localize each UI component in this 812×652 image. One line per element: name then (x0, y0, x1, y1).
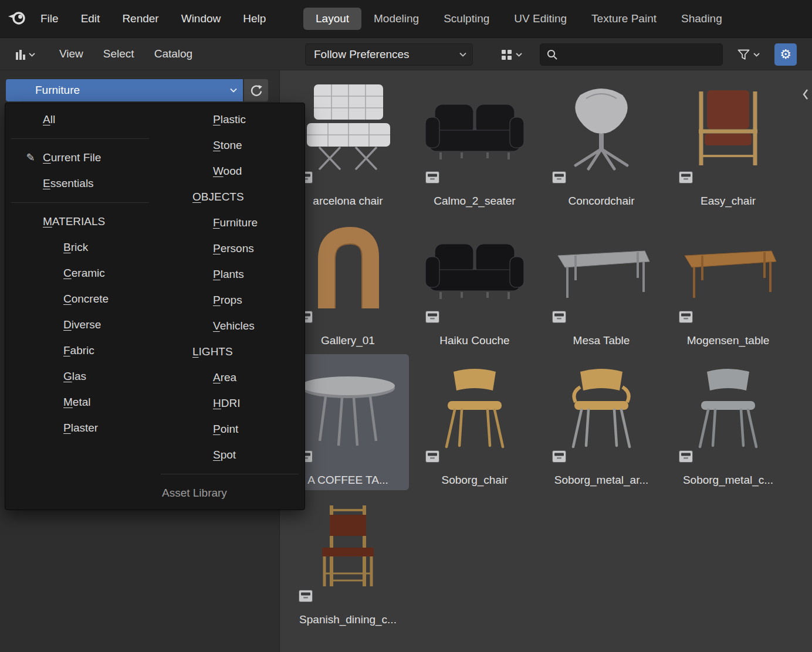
filter-dropdown[interactable] (732, 43, 765, 66)
menu-item-label: Vehicles (213, 320, 255, 332)
menu-column-1: All✎Current FileEssentialsMATERIALSBrick… (5, 103, 155, 510)
tab-texture-paint[interactable]: Texture Paint (579, 8, 669, 30)
menu-item-stone[interactable]: Stone (155, 133, 304, 158)
menu-item-vehicles[interactable]: Vehicles (155, 313, 304, 339)
asset-tile-easy-chair[interactable]: Easy_chair (667, 75, 789, 211)
blender-logo-icon[interactable] (7, 9, 27, 28)
menu-item-label: Concrete (63, 293, 109, 305)
header-menu-view[interactable]: View (49, 38, 93, 70)
menu-item-wood[interactable]: Wood (155, 158, 304, 184)
menu-item-label: OBJECTS (192, 191, 244, 203)
menu-item-label: Glas (63, 370, 86, 383)
menu-item-persons[interactable]: Persons (155, 236, 304, 262)
asset-tile-calmo-2-seater[interactable]: Calmo_2_seater (414, 75, 536, 211)
menu-item-point[interactable]: Point (155, 416, 304, 442)
asset-badge-icon (552, 311, 566, 323)
menu-item-concrete[interactable]: Concrete (5, 286, 155, 312)
search-icon (546, 49, 558, 60)
menu-item-plants[interactable]: Plants (155, 262, 304, 287)
menu-item-essentials[interactable]: Essentials (5, 171, 155, 196)
topbar: FileEditRenderWindowHelp LayoutModelingS… (0, 0, 812, 38)
menu-item-label: Furniture (213, 216, 258, 229)
sidebar-toggle-arrow[interactable] (801, 88, 810, 101)
menu-item-materials[interactable]: MATERIALS (5, 209, 155, 235)
asset-library-select[interactable]: Furniture (6, 79, 243, 101)
menu-item-metal[interactable]: Metal (5, 389, 155, 415)
tab-uv-editing[interactable]: UV Editing (502, 8, 579, 30)
menu-item-ceramic[interactable]: Ceramic (5, 260, 155, 286)
import-method-select[interactable]: Follow Preferences (305, 43, 473, 66)
asset-tile-concordchair[interactable]: Concordchair (540, 75, 662, 211)
funnel-filter-icon (737, 49, 750, 60)
curved-thumbnail (296, 219, 400, 311)
menu-item-furniture[interactable]: Furniture (155, 210, 304, 236)
settings-gear-button[interactable]: ⚙ (774, 43, 797, 66)
asset-tile-mogensen-table[interactable]: Mogensen_table (667, 215, 789, 351)
menubar-help[interactable]: Help (232, 0, 277, 38)
workspace-tabs: LayoutModelingSculptingUV EditingTexture… (303, 8, 735, 30)
asset-library-value: Furniture (35, 84, 230, 97)
asset-tile-soborg-metal-c[interactable]: Soborg_metal_c... (667, 354, 789, 490)
menu-item-label: MATERIALS (43, 215, 105, 228)
menu-item-fabric[interactable]: Fabric (5, 338, 155, 364)
asset-tile-mesa-table[interactable]: Mesa Table (540, 215, 662, 351)
asset-tile-arcelona-chair[interactable]: arcelona chair (287, 75, 409, 211)
header-menu-catalog[interactable]: Catalog (144, 38, 203, 70)
asset-tile-a-coffee-ta[interactable]: A COFFEE TA... (287, 354, 409, 490)
asset-tile-spanish-dining-c[interactable]: Spanish_dining_c... (287, 494, 409, 630)
menubar-render[interactable]: Render (111, 0, 170, 38)
menu-item-brick[interactable]: Brick (5, 235, 155, 260)
menu-item-plastic[interactable]: Plastic (155, 107, 304, 133)
tab-sculpting[interactable]: Sculpting (431, 8, 502, 30)
header-menus: ViewSelectCatalog (49, 38, 202, 70)
tab-modeling[interactable]: Modeling (361, 8, 431, 30)
menu-separator (11, 202, 149, 203)
menu-item-all[interactable]: All (5, 107, 155, 133)
menu-separator (161, 474, 299, 474)
asset-label: Mesa Table (573, 334, 630, 347)
menubar-window[interactable]: Window (170, 0, 232, 38)
menu-separator (11, 138, 149, 139)
display-settings-dropdown[interactable] (495, 43, 529, 66)
tab-layout[interactable]: Layout (303, 8, 361, 30)
asset-tile-gallery-01[interactable]: Gallery_01 (287, 215, 409, 351)
menu-item-label: Essentials (43, 177, 94, 190)
menu-item-label: Area (213, 371, 236, 384)
menu-item-objects[interactable]: OBJECTS (155, 184, 304, 210)
tab-shading[interactable]: Shading (669, 8, 735, 30)
menu-item-label: Plants (213, 268, 244, 281)
asset-tile-soborg-chair[interactable]: Soborg_chair (414, 354, 536, 490)
chevron-down-icon (459, 52, 466, 57)
menu-item-glas[interactable]: Glas (5, 364, 155, 389)
editor-type-dropdown[interactable] (7, 43, 43, 66)
menu-item-props[interactable]: Props (155, 287, 304, 313)
menu-item-lights[interactable]: LIGHTS (155, 339, 304, 365)
armchair-thumbnail (676, 80, 780, 171)
menubar-file[interactable]: File (29, 0, 70, 38)
menu-item-diverse[interactable]: Diverse (5, 312, 155, 338)
chair-thumbnail (676, 359, 780, 450)
asset-badge-icon (679, 450, 693, 463)
menu-item-current-file[interactable]: ✎Current File (5, 145, 155, 171)
menubar-edit[interactable]: Edit (70, 0, 111, 38)
asset-label: Spanish_dining_c... (299, 613, 397, 626)
header-menu-select[interactable]: Select (93, 38, 144, 70)
search-input[interactable] (563, 48, 722, 62)
chevron-down-icon (753, 53, 760, 57)
asset-tile-soborg-metal-ar[interactable]: Soborg_metal_ar... (540, 354, 662, 490)
sofa-thumbnail (423, 80, 526, 171)
asset-library-label-text: Asset Library (162, 487, 227, 500)
refresh-library-button[interactable] (244, 79, 268, 101)
menu-item-area[interactable]: Area (155, 365, 304, 390)
asset-grid-area: arcelona chair Calmo_2_seater Concordcha… (280, 70, 812, 652)
chevron-down-icon (230, 88, 237, 93)
asset-tile-haiku-couche[interactable]: Haiku Couche (414, 215, 536, 351)
asset-badge-icon (679, 311, 693, 323)
menu-item-plaster[interactable]: Plaster (5, 415, 155, 441)
refresh-icon (250, 84, 263, 97)
menu-item-hdri[interactable]: HDRI (155, 390, 304, 416)
menu-item-spot[interactable]: Spot (155, 442, 304, 468)
asset-label: A COFFEE TA... (307, 474, 388, 487)
asset-badge-icon (552, 450, 566, 463)
menu-column-2: PlasticStoneWoodOBJECTSFurniturePersonsP… (155, 103, 304, 510)
